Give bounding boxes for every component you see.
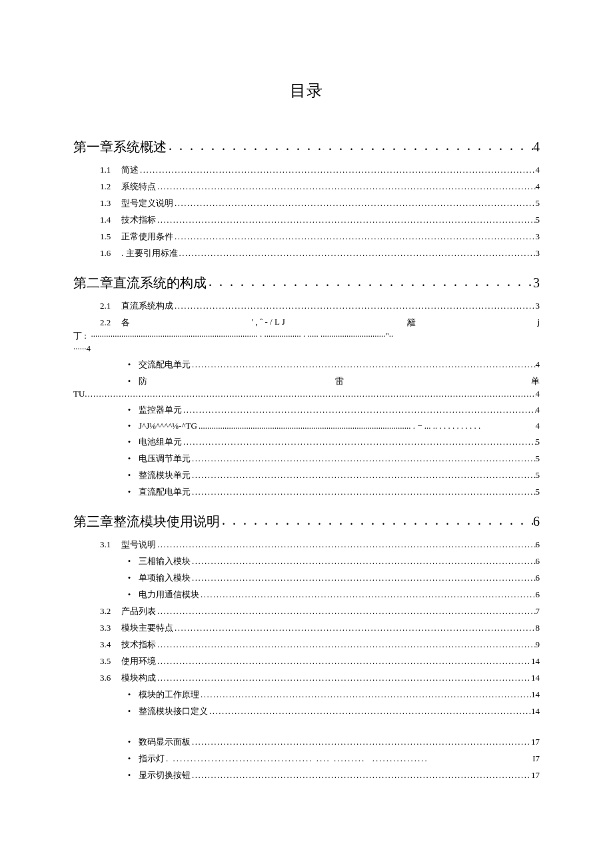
toc-bullet: • 模块的工作原理 ..............................… [120, 689, 540, 701]
bullet-icon: • [120, 453, 139, 464]
leader-dots: . . . . . . . . . . . . . . . . . . . . … [167, 138, 533, 153]
sub-page: 3 [536, 231, 540, 242]
garbled-text: 单 [531, 375, 540, 387]
sub-page: 7 [536, 606, 540, 617]
bullet-label: J^J⅛^^^^⅛-^TG [139, 421, 197, 431]
toc-sub: 1.5 正常使用条件 .............................… [100, 231, 540, 243]
toc-sub: 3.3 模块主要特点 .............................… [100, 622, 540, 634]
toc-sub: 3.1 型号说明 ...............................… [100, 539, 540, 551]
bullet-icon: • [120, 770, 139, 781]
leader-dots: ........................................… [173, 198, 536, 209]
sub-label: 使用环境 [121, 655, 156, 667]
bullet-label: 模块的工作原理 [139, 689, 199, 701]
sub-label: 模块主要特点 [121, 622, 173, 634]
bullet-label: 直流配电单元 [139, 486, 191, 498]
wrap-line: TU .....................................… [0, 389, 613, 399]
bullet-label: 整流模块单元 [139, 469, 191, 481]
bullet-label: 显示切换按钮 [139, 769, 191, 781]
bullet-icon: • [120, 737, 139, 747]
toc-bullet: • 电压调节单元 ...............................… [120, 453, 540, 465]
wrap-page: 4 [536, 389, 540, 399]
sub-num: 1.4 [100, 215, 119, 225]
bullet-page: 14 [531, 689, 540, 700]
sub-page: 4 [536, 165, 540, 175]
sub-page: 5 [536, 215, 540, 225]
leader-dots: ........................................… [191, 573, 536, 583]
sub-num: 1.3 [100, 198, 119, 209]
chapter-1-label: 第一章系统概述 [73, 138, 167, 156]
leader-dots: ........................................… [191, 487, 536, 497]
garbled-text: ' , ˆ - / L J [252, 317, 285, 329]
wrap-line: 丁 : ····································… [0, 330, 613, 342]
leader-dots: ........................................… [173, 623, 536, 633]
wrap-line-tail: ······4 [0, 343, 613, 354]
sub-num: 3.2 [100, 606, 119, 617]
sub-num: 1.2 [100, 181, 119, 192]
sub-label: 型号说明 [121, 539, 156, 551]
garbled-text: j [537, 317, 540, 329]
toc-sub: 3.5 使用环境 ...............................… [100, 655, 540, 667]
sub-page: 14 [531, 673, 540, 683]
garbled-text: 各 [121, 317, 130, 329]
chapter-3-page: 6 [533, 514, 540, 529]
toc-bullet: • 直流配电单元 ...............................… [120, 486, 540, 498]
sub-label: 技术指标 [121, 639, 156, 651]
leader-dots: . . . . . . . . . . . . . . . . . . . . … [220, 513, 533, 528]
garbled-dots: ........................................… [85, 389, 535, 399]
garbled-text: 籬 [407, 317, 416, 329]
bullet-page: 4 [536, 405, 540, 415]
leader-dots: ........................................… [182, 437, 536, 447]
bullet-icon: • [120, 487, 139, 497]
leader-dots: ........................................… [191, 453, 536, 464]
leader-dots: ........................................… [173, 301, 536, 311]
toc-sub-garbled: 2.2 各 ' , ˆ - / L J 籬 j [100, 317, 540, 329]
bullet-icon: • [120, 470, 139, 481]
bullet-label: 电池组单元 [139, 436, 182, 448]
garbled-prefix: 丁 : [73, 331, 87, 341]
leader-dots: ........................................… [197, 421, 536, 431]
toc-sub: 1.2 系统特点 ...............................… [100, 181, 540, 193]
sub-page: 9 [536, 639, 540, 650]
bullet-label: 电力用通信模块 [139, 589, 199, 601]
garbled-dots: ········································… [89, 331, 393, 341]
sub-num: 3.6 [100, 673, 119, 683]
toc-sub: 1.4 技术指标 ...............................… [100, 214, 540, 226]
sub-num: 3.4 [100, 639, 119, 650]
bullet-label: 三相输入模块 [139, 555, 191, 567]
bullet-page: 5 [536, 470, 540, 481]
bullet-icon: • [120, 573, 139, 583]
toc-bullet: • 整流模块单元 ...............................… [120, 469, 540, 481]
bullet-icon: • [120, 689, 139, 700]
bullet-icon: • [120, 405, 139, 415]
bullet-page: 5 [536, 437, 540, 447]
leader-dots: ........................................… [178, 248, 536, 259]
bullet-icon: • [120, 421, 139, 431]
sub-page: 3 [536, 248, 540, 259]
leader-dots: ........................................… [191, 359, 536, 370]
bullet-page: 6 [536, 556, 540, 567]
bullet-page: 6 [536, 573, 540, 583]
leader-dots: ........................................… [191, 770, 531, 781]
toc-bullet: • 整流模块接口定义 .............................… [120, 705, 540, 717]
leader-dots: ........................................… [156, 215, 536, 225]
leader-dots: ........................................… [208, 706, 531, 717]
bullet-label: 交流配电单元 [139, 359, 191, 371]
leader-dots: ........................................… [156, 539, 536, 550]
chapter-3-label: 第三章整流模块使用说明 [73, 513, 220, 531]
chapter-2: 第二章直流系统的构成 . . . . . . . . . . . . . . .… [73, 274, 540, 292]
sub-num: 2.1 [100, 301, 119, 311]
leader-dots: ........................................… [156, 639, 536, 650]
sub-label: . 主要引用标准 [121, 247, 178, 259]
bullet-icon: • [120, 376, 139, 387]
sub-page: 3 [536, 301, 540, 311]
bullet-label: 单项输入模块 [139, 572, 191, 584]
sub-label: 直流系统构成 [121, 300, 173, 312]
sub-label: 模块构成 [121, 672, 156, 684]
sub-label: 产品列表 [121, 605, 156, 617]
toc-bullet: • 指示灯 . ................................… [120, 753, 540, 765]
toc-bullet: • 电力用通信模块 ..............................… [120, 589, 540, 601]
garbled-prefix: TU [73, 389, 85, 399]
sub-num: 3.1 [100, 539, 119, 550]
bullet-label: 电压调节单元 [139, 453, 191, 465]
leader-dots: . ......................................… [165, 753, 532, 764]
